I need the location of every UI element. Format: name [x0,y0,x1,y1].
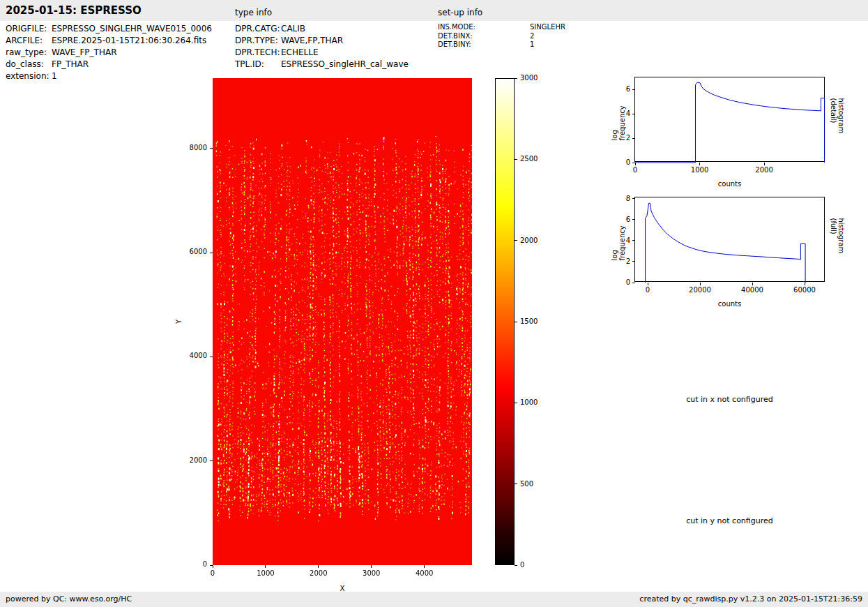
y-axis-label: log frequency [611,98,626,141]
x-tick-label: 0 [614,166,656,174]
footer-powered-by-link[interactable]: powered by QC: www.eso.org/HC [6,592,132,607]
colorbar-tick-mark [515,322,517,322]
top-bar: 2025-01-15: ESPRESSO type info set-up in… [0,0,868,21]
colorbar-tick-label: 3000 [520,74,549,82]
y-tick-mark [632,138,635,139]
histogram-full-plot: 020000400006000002468 log frequency hist… [634,197,825,282]
x-tick-label: 60000 [784,286,825,294]
setup-info-block: INS.MODE: SINGLEHR DET.BINX: 2 DET.BINY:… [438,23,565,50]
info-value: SINGLEHR [530,23,565,32]
info-value: WAVE,FP,THAR [281,35,343,47]
x-tick-label: 0 [627,286,669,294]
colorbar-gradient [495,78,515,565]
y-tick-label: 2000 [181,456,207,465]
info-label: DPR.TECH: [235,47,281,59]
footer-bar: powered by QC: www.eso.org/HC created by… [0,592,868,607]
x-tick-mark [318,565,319,568]
info-value: ESPRESSO_singleHR_cal_wave [281,59,409,70]
qc-rawdisp-page: 2025-01-15: ESPRESSO type info set-up in… [0,0,868,607]
colorbar-tick-mark [515,565,517,566]
footer-created-by: created by qc_rawdisp.py v1.2.3 on 2025-… [639,592,862,607]
colorbar-tick-label: 2000 [520,237,549,245]
y-tick-mark [210,357,213,357]
info-row-dpr-catg: DPR.CATG: CALIB [235,23,409,35]
info-row-det-binx: DET.BINX: 2 [438,32,565,41]
cut-x-message: cut in x not configured [634,395,825,404]
y-tick-label: 0 [616,278,630,287]
info-row-do-class: do_class: FP_THAR [6,59,212,70]
y-axis-label: Y [175,320,183,324]
colorbar-tick-mark [515,159,517,160]
type-info-block: DPR.CATG: CALIB DPR.TYPE: WAVE,FP,THAR D… [235,23,409,70]
info-label: extension: [6,70,52,82]
plot-area: 020000400006000002468 [634,197,825,282]
colorbar-tick-mark [515,240,517,241]
x-tick-label: 4000 [407,569,442,578]
info-value: 1 [530,40,534,50]
x-axis-label: counts [634,300,825,308]
colorbar-tick-label: 2500 [520,155,549,163]
x-tick-mark [265,565,266,568]
section-label-type-info: type info [235,8,272,17]
x-axis-label: counts [634,180,825,188]
colorbar: 050010001500200025003000 [495,78,515,565]
info-row-tpl-id: TPL.ID: ESPRESSO_singleHR_cal_wave [235,59,409,70]
colorbar-tick-mark [515,484,517,484]
y-tick-label: 4000 [181,352,207,360]
x-tick-label: 2000 [743,166,785,174]
info-label: INS.MODE: [438,23,530,32]
x-tick-label: 40000 [731,286,773,294]
x-tick-mark [752,283,753,285]
x-tick-label: 3000 [354,569,389,578]
info-row-origfile: ORIGFILE: ESPRESSO_SINGLEHR_WAVE015_0006 [6,23,212,35]
x-tick-mark [699,163,700,165]
y-tick-label: 6000 [181,248,207,256]
histogram-line-svg [635,77,825,163]
info-label: TPL.ID: [235,59,281,70]
info-label: DET.BINX: [438,32,530,41]
x-tick-mark [764,163,765,165]
colorbar-tick-label: 1500 [520,317,549,326]
info-label: DPR.CATG: [235,23,281,35]
info-value: CALIB [281,23,305,35]
x-tick-mark [424,565,425,568]
info-label: DPR.TYPE: [235,35,281,47]
colorbar-tick-label: 500 [520,480,549,488]
info-row-det-biny: DET.BINY: 1 [438,40,565,50]
y-tick-mark [632,163,635,163]
x-tick-label: 2000 [301,569,336,578]
right-axis-label: histogram (detail) [830,98,845,141]
info-label: DET.BINY: [438,40,530,50]
info-row-dpr-tech: DPR.TECH: ECHELLE [235,47,409,59]
section-label-setup-info: set-up info [438,8,482,17]
y-tick-mark [210,148,213,149]
info-label: ARCFILE: [6,35,52,47]
colorbar-tick-label: 1000 [520,398,549,407]
plot-area: 0100020000246 [634,77,825,162]
x-tick-mark [213,565,213,568]
info-value: 1 [52,70,57,82]
info-label: ORIGFILE: [6,23,52,35]
y-axis-label: log frequency [611,218,626,261]
x-tick-mark [648,283,648,285]
y-tick-mark [210,253,213,253]
histogram-line [646,203,806,283]
y-tick-mark [210,460,213,461]
page-title: 2025-01-15: ESPRESSO [6,4,142,17]
y-tick-mark [632,219,635,220]
colorbar-tick-mark [515,78,517,79]
x-tick-label: 1000 [248,569,283,578]
y-tick-label: 0 [616,158,630,167]
info-label: raw_type: [6,47,52,59]
y-tick-mark [632,198,635,199]
info-value: FP_THAR [52,59,89,70]
y-tick-mark [210,565,213,566]
y-tick-mark [632,89,635,90]
detector-image [213,78,472,565]
info-row-extension: extension: 1 [6,70,212,82]
x-tick-mark [700,283,701,285]
info-value: ECHELLE [281,47,319,59]
y-tick-label: 8 [616,195,630,203]
y-tick-mark [632,283,635,283]
detector-image-plot: X Y 0100020003000400002000400060008000 [213,78,472,565]
